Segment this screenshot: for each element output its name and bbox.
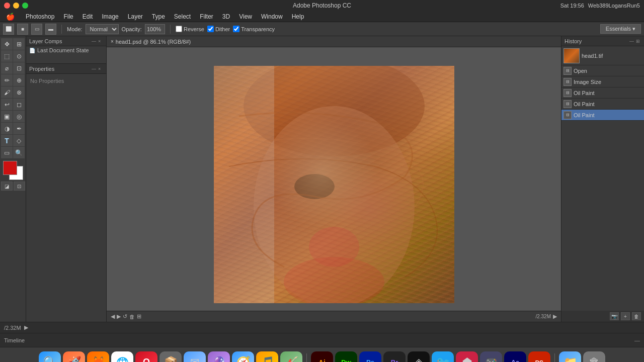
history-item-oilpaint2[interactable]: ⊟ Oil Paint — [561, 99, 644, 110]
apple-menu[interactable]: 🍎 — [2, 12, 19, 22]
clone-tool[interactable]: ⊗ — [13, 86, 25, 98]
essentials-button[interactable]: Essentials ▾ — [600, 24, 641, 34]
dock-finder[interactable]: 🔍 — [39, 351, 61, 363]
dock-opera[interactable]: O — [135, 351, 157, 363]
history-item-oilpaint1[interactable]: ⊟ Oil Paint — [561, 87, 644, 99]
dock-photoshop[interactable]: Ps — [359, 351, 381, 363]
timeline-minimize[interactable]: — — [634, 337, 640, 343]
screen-mode-btn[interactable]: ⊡ — [14, 182, 25, 191]
quick-select-tool[interactable]: ⌀ — [1, 62, 13, 74]
menu-type[interactable]: Type — [148, 12, 169, 21]
properties-minimize[interactable]: — — [92, 66, 97, 71]
dock-app5[interactable]: ◈ — [408, 351, 430, 363]
opacity-input[interactable] — [145, 24, 165, 34]
lasso-tool[interactable]: ⊙ — [13, 50, 25, 62]
dock-app7[interactable]: 🎮 — [480, 351, 502, 363]
add-frame-btn[interactable]: ⊞ — [137, 313, 141, 320]
brush-preset-btn[interactable]: ⬜ — [3, 24, 14, 35]
menu-view[interactable]: View — [235, 12, 256, 21]
status-arrow[interactable]: ▶ — [24, 324, 28, 331]
canvas-size-arrow[interactable]: ▶ — [553, 313, 557, 320]
crop-tool[interactable]: ⊡ — [13, 62, 25, 74]
menu-window[interactable]: Window — [257, 12, 287, 21]
layer-comps-minimize[interactable]: — — [92, 39, 97, 44]
menu-select[interactable]: Select — [170, 12, 195, 21]
gradient-tool[interactable]: ▣ — [1, 111, 13, 122]
menu-help[interactable]: Help — [288, 12, 308, 21]
history-item-imagesize[interactable]: ⊟ Image Size — [561, 76, 644, 87]
delete-frame-btn[interactable]: 🗑 — [129, 314, 135, 320]
dodge-tool[interactable]: ◑ — [1, 123, 13, 134]
history-expand[interactable]: ⊞ — [636, 39, 641, 44]
history-snapshot[interactable]: head1.tif — [561, 46, 644, 65]
dock-app4[interactable]: 🎸 — [280, 351, 302, 363]
eyedropper-tool[interactable]: ✏ — [1, 74, 13, 86]
dock-aftereffects[interactable]: Ae — [504, 351, 526, 363]
menu-edit[interactable]: Edit — [78, 12, 97, 21]
play-fwd-btn[interactable]: ▶ — [117, 313, 121, 320]
shape-tool[interactable]: ▭ — [1, 147, 13, 158]
tool-preset-1[interactable]: ■ — [17, 24, 28, 35]
marquee-tool[interactable]: ⬚ — [1, 50, 13, 62]
history-title: History — [565, 38, 582, 44]
dock-dreamweaver[interactable]: Dw — [335, 351, 357, 363]
tool-preset-2[interactable]: ▭ — [31, 24, 42, 35]
path-tool[interactable]: ◇ — [13, 135, 25, 146]
mode-select[interactable]: Normal — [86, 24, 119, 34]
pen-tool[interactable]: ✒ — [13, 123, 25, 134]
refresh-btn[interactable]: ↺ — [123, 313, 127, 320]
history-item-open[interactable]: ⊟ Open — [561, 65, 644, 76]
blur-tool[interactable]: ◎ — [13, 111, 25, 122]
history-item-oilpaint3[interactable]: ⊟ Oil Paint — [561, 110, 644, 121]
menu-filter[interactable]: Filter — [196, 12, 217, 21]
dock-trash[interactable]: 🗑 — [583, 351, 605, 363]
dock-app6[interactable]: ⬟ — [456, 351, 478, 363]
menu-photoshop[interactable]: Photoshop — [22, 12, 58, 21]
zoom-tool[interactable]: 🔍 — [13, 147, 25, 158]
delete-state-btn[interactable]: 🗑 — [632, 312, 641, 320]
menu-layer[interactable]: Layer — [124, 12, 147, 21]
menu-3d[interactable]: 3D — [218, 12, 234, 21]
dock-bridge[interactable]: Br — [383, 351, 406, 363]
dock-launchpad[interactable]: 🚀 — [63, 351, 85, 363]
history-minimize[interactable]: — — [629, 39, 634, 44]
dock-twitter[interactable]: 🐦 — [432, 351, 454, 363]
brush-tool[interactable]: 🖌 — [1, 86, 13, 98]
canvas-container[interactable] — [107, 47, 561, 322]
new-snapshot-btn[interactable]: 📷 — [610, 312, 619, 320]
reverse-check[interactable]: Reverse — [176, 26, 204, 32]
dither-check[interactable]: Dither — [207, 26, 230, 32]
move-tool[interactable]: ✥ — [1, 38, 13, 50]
dock-app1[interactable]: 📦 — [159, 351, 182, 363]
properties-close[interactable]: × — [98, 66, 103, 71]
dock-files[interactable]: 📁 — [559, 351, 581, 363]
menu-image[interactable]: Image — [98, 12, 122, 21]
minimize-button[interactable] — [13, 3, 19, 9]
maximize-button[interactable] — [22, 3, 28, 9]
new-doc-from-state-btn[interactable]: + — [621, 312, 630, 320]
tool-preset-3[interactable]: ▬ — [45, 24, 56, 35]
history-brush-tool[interactable]: ↩ — [1, 99, 13, 110]
quick-mask-btn[interactable]: ◪ — [1, 182, 13, 191]
dock-app2[interactable]: 🔮 — [208, 351, 230, 363]
layer-comp-item[interactable]: 📄 Last Document State — [26, 46, 106, 54]
dock-chrome[interactable]: 🌐 — [111, 351, 133, 363]
healing-tool[interactable]: ⊕ — [13, 74, 25, 86]
dock-mail[interactable]: ✉ — [184, 351, 206, 363]
type-tool[interactable]: T — [1, 135, 13, 146]
layer-comps-close[interactable]: × — [98, 39, 103, 44]
dock-illustrator[interactable]: Ai — [311, 351, 333, 363]
doc-tab-close[interactable]: × — [111, 39, 114, 44]
dock-safari[interactable]: 🧭 — [232, 351, 254, 363]
foreground-color-swatch[interactable] — [3, 161, 17, 175]
play-back-btn[interactable]: ◀ — [111, 313, 115, 320]
transparency-check[interactable]: Transparency — [233, 26, 275, 32]
eraser-tool[interactable]: ◻ — [13, 99, 25, 110]
artboard-tool[interactable]: ⊞ — [13, 38, 25, 50]
close-button[interactable] — [4, 3, 10, 9]
dock-firefox[interactable]: 🦊 — [87, 351, 109, 363]
dock-redgiant[interactable]: RG — [528, 351, 550, 363]
menu-file[interactable]: File — [59, 12, 77, 21]
dock-app3[interactable]: 🎵 — [256, 351, 278, 363]
color-swatch-area[interactable] — [3, 161, 23, 180]
